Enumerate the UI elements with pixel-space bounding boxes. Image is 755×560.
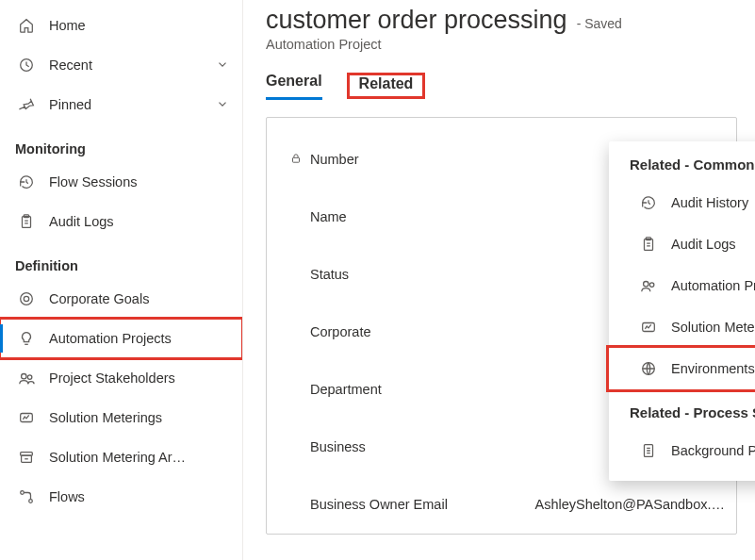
nav-label: Project Stakeholders [49,371,175,386]
target-icon [17,289,36,308]
process-icon [639,441,658,460]
nav-recent[interactable]: Recent [0,45,242,85]
nav-label: Recent [49,58,92,73]
nav-flow-sessions[interactable]: Flow Sessions [0,162,242,202]
section-monitoring: Monitoring [0,124,242,162]
field-label: Number [310,152,359,167]
svg-point-10 [21,491,25,495]
tabs: General Related [266,73,755,100]
dd-automation-project-stakeholders[interactable]: Automation Project Stakeholders [609,265,755,306]
history-icon [17,173,36,191]
dropdown-section-heading: Related - Process Sessions [609,389,755,430]
field-label: Name [310,209,347,224]
dd-background-processes[interactable]: Background Processes [609,430,755,471]
dd-label: Background Processes [671,443,755,458]
nav-label: Flow Sessions [49,174,137,189]
svg-rect-13 [645,239,653,251]
meter-icon [17,408,36,427]
field-label: Business Owner Email [310,497,448,512]
dd-label: Solution Meterings [671,320,755,335]
nav-label: Solution Meterings [49,410,162,425]
sidebar: Home Recent Pinned Monitoring Flow Sessi… [0,0,243,560]
nav-solution-meterings[interactable]: Solution Meterings [0,398,242,437]
nav-label: Audit Logs [49,214,114,229]
section-definition: Definition [0,241,242,279]
field-value: AshleyShelton@PASandbox.… [535,497,725,512]
field-label: Department [310,382,382,397]
lock-icon [289,152,303,168]
field-label: Status [310,267,349,282]
svg-rect-12 [293,157,300,162]
tab-related[interactable]: Related [347,73,426,99]
meter-icon [639,318,658,337]
dd-audit-logs[interactable]: Audit Logs [609,223,755,265]
nav-corporate-goals[interactable]: Corporate Goals [0,279,242,319]
field-label: Corporate [310,324,370,339]
dd-label: Audit History [671,195,748,210]
svg-point-5 [22,374,26,379]
nav-label: Flows [49,489,85,504]
dd-audit-history[interactable]: Audit History [609,182,755,223]
bulb-icon [17,329,36,348]
nav-label: Automation Projects [49,331,172,346]
nav-home[interactable]: Home [0,6,242,45]
archive-icon [17,448,36,467]
globe-icon [639,359,658,378]
main-content: customer order processing - Saved Automa… [243,0,755,560]
chevron-down-icon [216,58,229,74]
nav-label: Solution Metering Ar… [49,450,186,465]
nav-automation-projects[interactable]: Automation Projects [0,319,242,358]
tab-general[interactable]: General [266,73,322,100]
field-label: Business [310,439,366,454]
svg-rect-1 [23,217,31,228]
nav-label: Corporate Goals [49,291,149,306]
dd-label: Automation Project Stakeholders [671,278,755,293]
svg-point-11 [29,500,33,503]
svg-point-3 [21,293,33,305]
chevron-down-icon [216,97,229,113]
dropdown-section-heading: Related - Common [609,141,755,182]
clipboard-icon [639,235,658,254]
dd-solution-meterings[interactable]: Solution Meterings [609,306,755,348]
page-title: customer order processing [266,6,567,35]
nav-label: Home [49,18,86,33]
flow-icon [17,487,36,506]
nav-flows[interactable]: Flows [0,477,242,517]
pin-icon [17,95,36,114]
save-status: - Saved [577,16,622,31]
dd-label: Audit Logs [671,237,736,252]
dd-label: Environments [671,361,755,376]
home-icon [17,16,36,35]
dd-environments[interactable]: Environments [609,348,755,389]
nav-label: Pinned [49,97,91,112]
clock-icon [17,56,36,74]
svg-point-6 [27,375,31,380]
nav-audit-logs[interactable]: Audit Logs [0,202,242,241]
history-icon [639,193,658,212]
related-dropdown: Related - Common Audit History Audit Log… [609,141,755,481]
people-icon [17,369,36,387]
nav-solution-metering-archive[interactable]: Solution Metering Ar… [0,437,242,477]
svg-point-16 [649,283,654,288]
clipboard-icon [17,212,36,231]
people-icon [639,276,658,295]
nav-project-stakeholders[interactable]: Project Stakeholders [0,358,242,398]
field-business-owner-email[interactable]: Business Owner Email AshleyShelton@PASan… [289,476,736,534]
entity-name: Automation Project [266,37,755,52]
svg-point-15 [644,282,648,287]
svg-point-4 [24,296,28,301]
nav-pinned[interactable]: Pinned [0,85,242,124]
